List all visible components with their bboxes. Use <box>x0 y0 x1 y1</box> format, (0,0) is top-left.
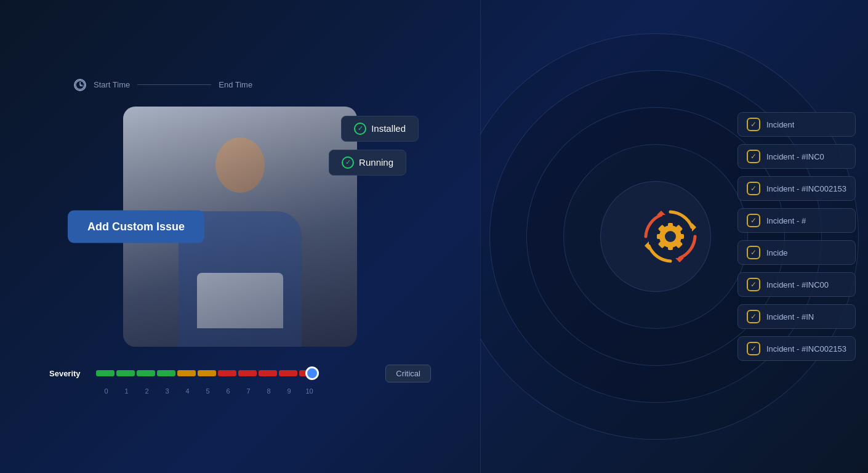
svg-rect-12 <box>678 234 684 239</box>
seg-4 <box>177 370 196 376</box>
installed-badge: ✓ Installed <box>341 116 419 142</box>
tick-6: 6 <box>218 387 238 395</box>
incident-item-0[interactable]: ✓ Incident <box>737 112 856 137</box>
seg-1 <box>116 370 135 376</box>
incident-check-icon-7: ✓ <box>747 342 760 355</box>
critical-label: Critical <box>396 369 420 378</box>
time-bar: Start Time End Time <box>74 79 252 91</box>
svg-marker-3 <box>692 223 696 232</box>
incident-text-7: Incident - #INC002153 <box>766 344 846 354</box>
incident-item-2[interactable]: ✓ Incident - #INC002153 <box>737 176 856 201</box>
running-check-icon: ✓ <box>342 156 354 169</box>
incident-text-6: Incident - #IN <box>766 312 814 321</box>
svg-marker-6 <box>657 211 665 215</box>
tick-0: 0 <box>96 387 116 395</box>
svg-rect-11 <box>657 234 663 239</box>
incident-text-5: Incident - #INC00 <box>766 280 829 289</box>
seg-5 <box>198 370 216 376</box>
incident-check-icon-2: ✓ <box>747 182 760 195</box>
incident-item-3[interactable]: ✓ Incident - # <box>737 208 856 233</box>
incident-item-4[interactable]: ✓ Incide <box>737 240 856 265</box>
svg-marker-5 <box>645 241 649 250</box>
incident-item-7[interactable]: ✓ Incident - #INC002153 <box>737 336 856 361</box>
severity-label: Severity <box>49 369 86 378</box>
incident-text-0: Incident <box>766 120 795 129</box>
svg-point-8 <box>665 231 676 242</box>
tick-3: 3 <box>157 387 177 395</box>
tick-10: 10 <box>299 387 319 395</box>
tick-8: 8 <box>259 387 279 395</box>
tick-1: 1 <box>116 387 137 395</box>
right-panel: ✓ Incident ✓ Incident - #INC0 ✓ Incident… <box>480 0 868 473</box>
incident-text-3: Incident - # <box>766 216 806 225</box>
tick-2: 2 <box>137 387 157 395</box>
incident-check-icon-6: ✓ <box>747 310 760 323</box>
severity-thumb[interactable] <box>305 366 319 380</box>
critical-badge: Critical <box>385 365 431 382</box>
tick-4: 4 <box>177 387 198 395</box>
installed-check-icon: ✓ <box>354 123 366 135</box>
tick-9: 9 <box>279 387 299 395</box>
severity-ticks: 0 1 2 3 4 5 6 7 8 9 10 <box>49 387 431 395</box>
left-panel: Start Time End Time <box>0 0 480 473</box>
severity-bar[interactable] <box>96 370 376 376</box>
clock-icon <box>74 79 86 91</box>
add-custom-issue-button[interactable]: Add Custom Issue <box>68 210 204 243</box>
card-area: ✓ Installed ✓ Running Add Custom Issue <box>80 103 400 350</box>
incident-check-icon-0: ✓ <box>747 118 760 131</box>
start-time-label: Start Time <box>94 80 130 89</box>
incident-text-2: Incident - #INC002153 <box>766 184 846 193</box>
incident-check-icon-1: ✓ <box>747 150 760 163</box>
severity-section: Severity <box>37 365 443 395</box>
seg-9 <box>279 370 297 376</box>
time-line-divider <box>137 84 211 85</box>
svg-point-0 <box>76 81 84 89</box>
incident-check-icon-4: ✓ <box>747 246 760 259</box>
seg-0 <box>96 370 115 376</box>
incident-check-icon-3: ✓ <box>747 214 760 227</box>
gear-with-arrows-icon <box>640 206 701 267</box>
svg-marker-4 <box>675 258 684 262</box>
incident-text-1: Incident - #INC0 <box>766 152 824 161</box>
svg-rect-9 <box>668 223 673 229</box>
incident-item-5[interactable]: ✓ Incident - #INC00 <box>737 272 856 297</box>
tick-5: 5 <box>198 387 218 395</box>
seg-8 <box>259 370 277 376</box>
seg-7 <box>238 370 257 376</box>
incident-item-1[interactable]: ✓ Incident - #INC0 <box>737 144 856 169</box>
seg-2 <box>137 370 155 376</box>
gear-center <box>633 200 707 273</box>
running-badge: ✓ Running <box>329 150 406 176</box>
main-container: Start Time End Time <box>0 0 868 473</box>
tick-7: 7 <box>238 387 259 395</box>
severity-row: Severity <box>49 365 431 382</box>
running-label: Running <box>359 157 393 168</box>
end-time-label: End Time <box>219 80 252 89</box>
svg-rect-10 <box>668 244 673 250</box>
seg-6 <box>218 370 236 376</box>
installed-label: Installed <box>371 123 406 134</box>
incident-item-6[interactable]: ✓ Incident - #IN <box>737 304 856 329</box>
incident-check-icon-5: ✓ <box>747 278 760 291</box>
incident-text-4: Incide <box>766 248 788 257</box>
incident-list: ✓ Incident ✓ Incident - #INC0 ✓ Incident… <box>737 112 868 361</box>
seg-3 <box>157 370 175 376</box>
